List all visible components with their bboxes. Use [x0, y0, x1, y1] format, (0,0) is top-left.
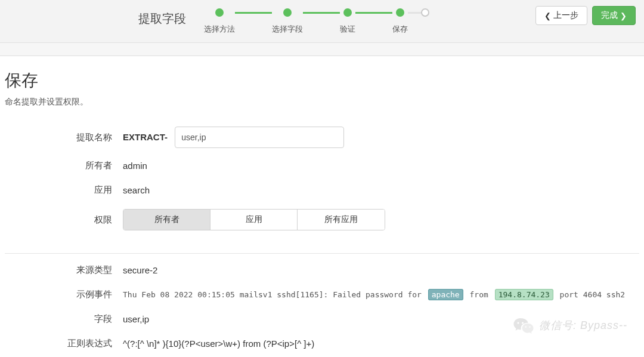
highlight-user: apache — [428, 289, 463, 300]
page-title-block: 保存 命名提取并设置权限。 — [0, 56, 644, 110]
permissions-toggle: 所有者 应用 所有应用 — [123, 209, 385, 230]
step-connector — [355, 12, 392, 14]
value-extract-name: EXTRACT- — [123, 127, 639, 148]
value-owner: admin — [123, 161, 639, 171]
label-sample-event: 示例事件 — [5, 289, 123, 300]
step-dot-hollow-icon — [421, 8, 429, 17]
chevron-right-icon: ❯ — [620, 11, 627, 20]
step-label: 保存 — [392, 24, 408, 35]
step-3: 验证 — [340, 8, 392, 35]
value-app: search — [123, 185, 639, 195]
details-area: 来源类型 secure-2 示例事件 Thu Feb 08 2022 00:15… — [0, 264, 644, 357]
row-fields: 字段 user,ip — [5, 313, 639, 325]
label-extract-name: 提取名称 — [5, 132, 123, 143]
step-connector — [303, 12, 340, 14]
wizard-stepper: 选择方法 选择字段 验证 保 — [204, 6, 429, 35]
row-permissions: 权限 所有者 应用 所有应用 — [5, 209, 639, 230]
finish-button-label: 完成 — [601, 10, 618, 21]
label-permissions: 权限 — [5, 214, 123, 226]
perm-option-owner[interactable]: 所有者 — [123, 210, 210, 230]
label-owner: 所有者 — [5, 160, 123, 171]
header-inner: 提取字段 选择方法 选择字段 验证 — [0, 6, 644, 35]
step-connector — [235, 12, 272, 14]
extract-prefix: EXTRACT- — [123, 132, 168, 142]
step-pending — [421, 8, 429, 17]
permissions-group-wrap: 所有者 应用 所有应用 — [123, 209, 639, 230]
secondary-bar — [0, 43, 644, 56]
row-extract-name: 提取名称 EXTRACT- — [5, 127, 639, 148]
row-sourcetype: 来源类型 secure-2 — [5, 264, 639, 276]
page-subtitle: 命名提取并设置权限。 — [5, 97, 639, 107]
section-divider — [5, 253, 639, 254]
step-dot-icon — [283, 8, 292, 17]
extract-name-input[interactable] — [175, 127, 344, 148]
value-regex: ^(?:[^ \n]* ){10}(?P<user>\w+) from (?P<… — [123, 338, 639, 349]
value-sourcetype: secure-2 — [123, 265, 639, 275]
prev-button[interactable]: ❮ 上一步 — [535, 6, 587, 25]
highlight-ip: 194.8.74.23 — [495, 289, 553, 300]
label-app: 应用 — [5, 184, 123, 196]
row-sample-event: 示例事件 Thu Feb 08 2022 00:15:05 mailsv1 ss… — [5, 289, 639, 300]
step-label: 验证 — [340, 24, 355, 35]
finish-button[interactable]: 完成 ❯ — [592, 6, 636, 25]
perm-option-global[interactable]: 所有应用 — [298, 210, 385, 230]
step-label: 选择字段 — [272, 24, 303, 35]
prev-button-label: 上一步 — [553, 10, 578, 21]
step-4: 保存 — [392, 8, 421, 35]
step-1: 选择方法 — [204, 8, 272, 35]
label-sourcetype: 来源类型 — [5, 264, 123, 276]
event-mid: from — [465, 290, 493, 299]
step-dot-icon — [215, 8, 224, 17]
wizard-header: 提取字段 选择方法 选择字段 验证 — [0, 0, 644, 43]
value-fields: user,ip — [123, 314, 639, 324]
label-regex: 正则表达式 — [5, 338, 123, 349]
step-connector — [408, 12, 421, 14]
sample-event-value: Thu Feb 08 2022 00:15:05 mailsv1 sshd[11… — [123, 290, 639, 299]
step-2: 选择字段 — [272, 8, 340, 35]
step-dot-icon — [396, 8, 404, 17]
row-owner: 所有者 admin — [5, 160, 639, 171]
page-title: 保存 — [5, 69, 639, 92]
row-regex: 正则表达式 ^(?:[^ \n]* ){10}(?P<user>\w+) fro… — [5, 338, 639, 349]
perm-option-app[interactable]: 应用 — [210, 210, 298, 230]
step-label: 选择方法 — [204, 24, 235, 35]
step-dot-icon — [343, 8, 352, 17]
header-actions: ❮ 上一步 完成 ❯ — [535, 6, 636, 25]
chevron-left-icon: ❮ — [544, 11, 551, 20]
label-fields: 字段 — [5, 313, 123, 325]
event-post: port 4604 ssh2 — [555, 290, 625, 299]
row-app: 应用 search — [5, 184, 639, 196]
wizard-title: 提取字段 — [138, 6, 186, 27]
form-area: 提取名称 EXTRACT- 所有者 admin 应用 search 权限 所有者… — [0, 110, 644, 248]
event-pre: Thu Feb 08 2022 00:15:05 mailsv1 sshd[11… — [123, 290, 426, 299]
